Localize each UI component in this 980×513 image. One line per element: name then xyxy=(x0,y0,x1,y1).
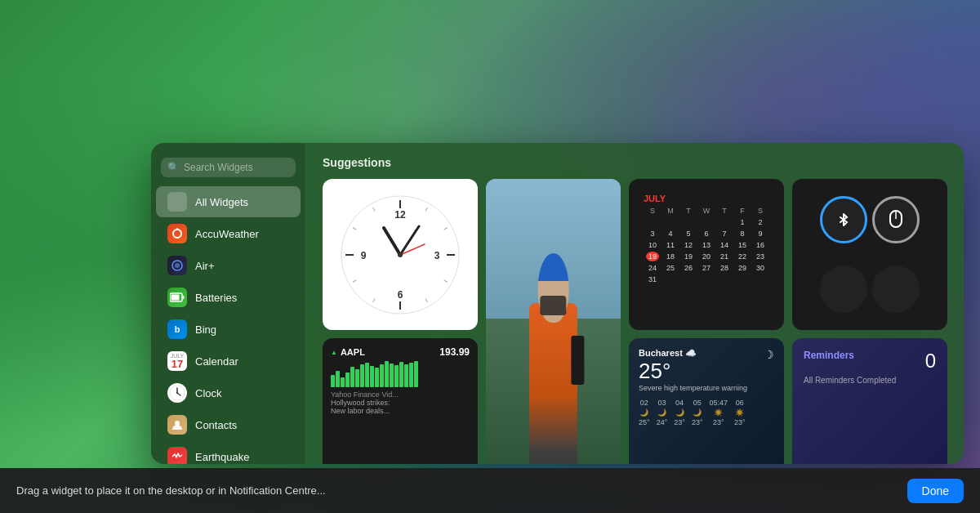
reminders-header: Reminders 0 xyxy=(804,350,936,372)
reminders-title: Reminders xyxy=(804,350,854,361)
sidebar-item-calendar[interactable]: JULY 17 Calendar xyxy=(156,346,301,377)
stock-widget[interactable]: ▲ AAPL 193.99 xyxy=(323,338,478,464)
search-input-wrapper[interactable]: 🔍 xyxy=(161,158,296,177)
reminders-widget[interactable]: Reminders 0 All Reminders Completed xyxy=(792,338,947,464)
search-icon: 🔍 xyxy=(167,162,180,173)
widget-sidebar: 🔍 All Widgets AccuWeather Air+ xyxy=(151,143,306,464)
suggestions-header: Suggestions xyxy=(323,156,947,169)
sidebar-item-clock[interactable]: Clock xyxy=(156,377,301,408)
stock-ticker: AAPL xyxy=(341,347,365,357)
calendar-widget[interactable]: JULY SMTWTFS 1 2 3 4 5 xyxy=(629,179,784,330)
weather-city: Bucharest ☁️ xyxy=(639,348,747,359)
stock-news: Yahoo Finance Vid... Hollywood strikes: … xyxy=(331,390,470,415)
bottom-instruction: Drag a widget to place it on the desktop… xyxy=(16,484,326,497)
cal-month: JULY xyxy=(644,194,769,203)
forecast-5: 06☀️23° xyxy=(734,399,746,426)
stock-price: 193.99 xyxy=(439,346,470,358)
stock-up-icon: ▲ xyxy=(331,349,337,356)
weather-location-block: Bucharest ☁️ 25° Severe high temperature… xyxy=(639,348,747,392)
forecast-2: 04🌙23° xyxy=(674,399,685,426)
watch-widget[interactable] xyxy=(792,179,947,330)
stock-ticker-row: ▲ AAPL xyxy=(331,347,365,357)
svg-point-10 xyxy=(176,392,178,394)
person-silhouette xyxy=(510,241,597,464)
earthquake-icon xyxy=(167,447,187,464)
clock-widget[interactable]: 12 3 6 9 xyxy=(323,179,478,330)
watch-circle-4 xyxy=(872,265,920,313)
cal-days-grid: 1 2 3 4 5 6 7 8 9 10 11 12 13 14 xyxy=(644,216,769,285)
sidebar-label-contacts: Contacts xyxy=(195,419,237,431)
cal-days-header: SMTWTFS xyxy=(644,207,769,215)
reminders-count: 0 xyxy=(925,350,936,372)
bing-icon: b xyxy=(167,319,187,339)
svg-point-0 xyxy=(173,230,181,238)
sidebar-item-bing[interactable]: b Bing xyxy=(156,314,301,345)
weather-moon-icon[interactable]: ☽ xyxy=(764,348,774,361)
search-bar-container: 🔍 xyxy=(151,151,305,185)
bluetooth-ring xyxy=(820,196,867,243)
weather-temp: 25° xyxy=(639,359,747,384)
svg-point-34 xyxy=(398,252,403,257)
weather-widget[interactable]: Bucharest ☁️ 25° Severe high temperature… xyxy=(629,338,784,464)
svg-text:6: 6 xyxy=(398,289,403,301)
svg-rect-6 xyxy=(172,295,180,301)
main-content: Suggestions xyxy=(306,143,964,464)
svg-text:12: 12 xyxy=(394,209,406,221)
search-input[interactable] xyxy=(184,162,289,173)
mouse-ring xyxy=(872,196,920,243)
bluetooth-icon xyxy=(835,211,853,229)
sidebar-item-all-widgets[interactable]: All Widgets xyxy=(156,186,301,217)
stock-chart xyxy=(331,361,470,387)
forecast-4: 05:47☀️23° xyxy=(710,399,728,426)
sidebar-label-calendar: Calendar xyxy=(195,355,238,368)
mouse-icon xyxy=(888,210,904,230)
clock-face-svg: 12 3 6 9 xyxy=(339,194,461,316)
sidebar-label-earthquake: Earthquake xyxy=(195,451,250,463)
forecast-3: 05🌙23° xyxy=(692,399,703,426)
sidebar-label-clock: Clock xyxy=(195,387,222,399)
sidebar-item-batteries[interactable]: Batteries xyxy=(156,282,301,313)
forecast-1: 03🌙24° xyxy=(657,399,668,426)
widget-picker-modal: 🔍 All Widgets AccuWeather Air+ xyxy=(151,143,964,464)
weather-forecast-row: 02🌙25° 03🌙24° 04🌙23° 05🌙23° 05:47☀️23° xyxy=(639,399,774,426)
suggestions-grid: 12 3 6 9 JULY SMTWTF xyxy=(323,179,947,464)
stock-header: ▲ AAPL 193.99 xyxy=(331,346,470,358)
done-button[interactable]: Done xyxy=(907,479,964,503)
sidebar-item-earthquake[interactable]: Earthquake xyxy=(156,441,301,464)
sidebar-label-accuweather: AccuWeather xyxy=(195,228,259,240)
svg-rect-5 xyxy=(183,296,185,299)
sidebar-item-contacts[interactable]: Contacts xyxy=(156,409,301,440)
batteries-icon xyxy=(167,288,187,307)
forecast-0: 02🌙25° xyxy=(639,399,650,426)
airplus-icon xyxy=(167,256,187,275)
contacts-icon xyxy=(167,415,187,435)
watch-circle-3 xyxy=(820,265,867,313)
sidebar-label-batteries: Batteries xyxy=(195,292,237,304)
suggestions-title: Suggestions xyxy=(323,156,391,169)
calendar-icon: JULY 17 xyxy=(167,351,187,371)
sidebar-label-bing: Bing xyxy=(195,323,216,336)
weather-warning: Severe high temperature warning xyxy=(639,384,747,392)
svg-point-3 xyxy=(175,263,180,268)
sidebar-item-accuweather[interactable]: AccuWeather xyxy=(156,218,301,249)
photo-widget[interactable] xyxy=(486,179,621,464)
accuweather-icon xyxy=(167,224,187,243)
sidebar-item-airplus[interactable]: Air+ xyxy=(156,250,301,281)
svg-text:9: 9 xyxy=(361,250,367,261)
clock-icon xyxy=(167,383,187,403)
weather-header: Bucharest ☁️ 25° Severe high temperature… xyxy=(639,348,774,392)
calendar-mini: JULY SMTWTFS 1 2 3 4 5 xyxy=(637,187,776,292)
reminders-subtitle: All Reminders Completed xyxy=(804,376,936,385)
svg-text:3: 3 xyxy=(434,250,440,261)
sidebar-label-all-widgets: All Widgets xyxy=(195,196,248,208)
bottom-bar: Drag a widget to place it on the desktop… xyxy=(0,468,980,513)
sidebar-label-airplus: Air+ xyxy=(195,260,214,272)
all-widgets-icon xyxy=(167,192,187,212)
photo-background xyxy=(486,179,621,464)
